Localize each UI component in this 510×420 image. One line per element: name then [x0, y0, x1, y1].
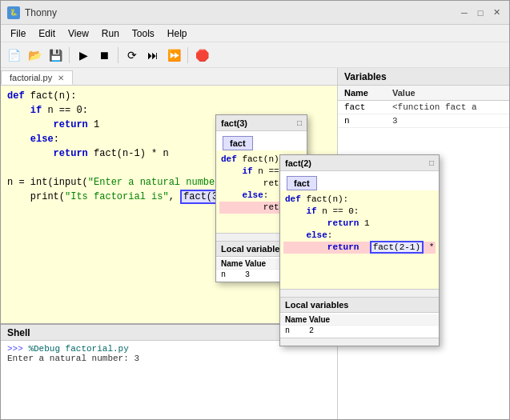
var-header-name: Name: [344, 88, 392, 98]
run-button[interactable]: ▶: [74, 46, 93, 65]
close-button[interactable]: ✕: [490, 6, 503, 19]
toolbar-separator-2: [118, 47, 118, 63]
debug-scroll-bottom-fact2[interactable]: [280, 338, 439, 346]
var-row-n: n 3: [338, 114, 509, 128]
shell-output: Enter a natural number: 3: [7, 354, 139, 363]
new-button[interactable]: 📄: [4, 46, 23, 65]
debug-window-fact2-titlebar: fact(2) □: [280, 155, 439, 171]
debug-var-n-name-fact3: n: [221, 270, 245, 279]
debug-locals-table-fact2: Name Value n 2: [280, 313, 439, 338]
editor-tab-factorial[interactable]: factorial.py ✕: [1, 70, 73, 85]
debug-window-fact3-title: fact(3): [221, 118, 247, 128]
debug-var-hdr-name-fact3: Name: [221, 259, 245, 268]
toolbar: 📄 📂 💾 ▶ ⏹ ⟳ ⏭ ⏩ 🛑: [1, 42, 509, 68]
app-icon: 🐍: [7, 6, 20, 19]
menu-run[interactable]: Run: [95, 26, 126, 41]
menu-view[interactable]: View: [62, 26, 95, 41]
shell-line-2: Enter a natural number: 3: [7, 354, 331, 363]
step-over-button[interactable]: ⟳: [122, 46, 142, 65]
debug-var-hdr-name-fact2: Name: [285, 315, 309, 324]
debug-var-n-value-fact2: 2: [309, 326, 434, 335]
debug-func-tab-fact3[interactable]: fact: [223, 136, 253, 150]
debug-locals-header-fact2: Local variables: [280, 297, 439, 313]
debug-window-fact2-title: fact(2): [285, 158, 311, 168]
shell-title: Shell: [7, 327, 30, 338]
menu-edit[interactable]: Edit: [32, 26, 62, 41]
debug-window-fact3-titlebar: fact(3) □: [216, 115, 307, 131]
main-content: factorial.py ✕ def fact(n): if n == 0: r…: [1, 68, 509, 419]
debug-code-2-line-4: else:: [283, 230, 436, 242]
var-table-header: Name Value: [338, 86, 509, 101]
title-bar: 🐍 Thonny ─ □ ✕: [1, 1, 509, 25]
debug-window-fact3-tab-container: fact: [216, 131, 307, 150]
debug-var-header-fact2: Name Value: [280, 314, 439, 326]
step-into-button[interactable]: ⏭: [143, 46, 163, 65]
variables-title: Variables: [344, 71, 387, 82]
var-value-fact: <function fact a: [392, 102, 503, 112]
var-value-n: 3: [392, 116, 503, 126]
tab-close-icon[interactable]: ✕: [58, 74, 64, 82]
toolbar-separator-3: [187, 47, 188, 63]
menu-help[interactable]: Help: [161, 26, 194, 41]
shell-prompt: >>>: [7, 344, 28, 354]
variables-panel-header: Variables: [338, 68, 509, 86]
debug-window-fact2[interactable]: fact(2) □ fact def fact(n): if n == 0: r…: [279, 154, 440, 346]
window-controls: ─ □ ✕: [458, 6, 503, 19]
var-header-value: Value: [392, 88, 503, 98]
debug-var-n-name-fact2: n: [285, 326, 309, 335]
minimize-button[interactable]: ─: [458, 6, 471, 19]
menu-bar: File Edit View Run Tools Help: [1, 25, 509, 42]
debug-scroll-h-fact2[interactable]: [280, 289, 439, 297]
debug-var-hdr-value-fact2: Value: [309, 315, 434, 324]
maximize-button[interactable]: □: [474, 6, 487, 19]
editor-tabs: factorial.py ✕: [1, 68, 337, 86]
tab-label: factorial.py: [10, 73, 52, 82]
var-row-fact: fact <function fact a: [338, 101, 509, 114]
debug-var-row-n-fact2: n 2: [280, 326, 439, 336]
stop-button[interactable]: ⏹: [94, 46, 114, 65]
var-name-fact: fact: [344, 102, 392, 112]
step-out-button[interactable]: ⏩: [164, 46, 183, 65]
main-window: 🐍 Thonny ─ □ ✕ File Edit View Run Tools …: [0, 0, 510, 420]
debug-func-tab-fact2[interactable]: fact: [287, 176, 317, 190]
debug-window-fact2-tab-container: fact: [280, 171, 439, 190]
shell-command: %Debug factorial.py: [28, 344, 128, 354]
window-title: Thonny: [25, 7, 458, 18]
code-line-1: def fact(n):: [1, 89, 337, 103]
debug-window-fact2-close[interactable]: □: [429, 158, 434, 167]
debug-code-2-line-5: return fact(2-1) * n: [283, 242, 436, 254]
debug-code-2-line-1: def fact(n):: [283, 194, 436, 206]
debug-window-fact3-close[interactable]: □: [297, 118, 302, 127]
menu-tools[interactable]: Tools: [126, 26, 161, 41]
debug-stop-button[interactable]: 🛑: [192, 46, 211, 65]
save-button[interactable]: 💾: [46, 46, 65, 65]
open-button[interactable]: 📂: [25, 46, 44, 65]
var-name-n: n: [344, 116, 392, 126]
toolbar-separator-1: [69, 47, 70, 63]
debug-window-fact2-code: def fact(n): if n == 0: return 1 else: r…: [280, 190, 439, 289]
debug-code-2-line-3: return 1: [283, 218, 436, 230]
debug-code-2-line-2: if n == 0:: [283, 206, 436, 218]
menu-file[interactable]: File: [4, 26, 32, 41]
